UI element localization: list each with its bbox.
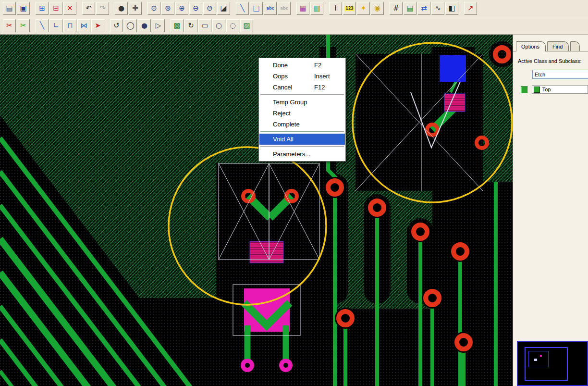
open-drawing-icon: ▤ (6, 5, 12, 12)
shadow-toggle-button[interactable]: ● (115, 2, 128, 15)
save-drawing-button[interactable]: ▣ (17, 2, 30, 15)
add-text-icon: abc (267, 7, 274, 11)
shape-dot-button[interactable]: ● (138, 19, 151, 32)
menu-item-oops[interactable]: OopsInsert (259, 71, 345, 82)
edit-text-button[interactable]: abc (278, 2, 291, 15)
menu-item-done[interactable]: DoneF2 (259, 60, 345, 71)
export-step-icon: ↗ (467, 5, 474, 12)
shape-hatch-button[interactable]: ▨ (240, 19, 253, 32)
undo-button[interactable]: ↶ (82, 2, 95, 15)
contrast-icon: ◧ (448, 5, 455, 12)
menu-item-reject[interactable]: Reject (259, 108, 345, 119)
tab-stub[interactable] (570, 41, 580, 51)
cursor-select-icon: ▷ (156, 22, 161, 29)
swap-windows-button[interactable]: ⊟ (49, 2, 62, 15)
add-bubble-button[interactable]: ⊓ (63, 19, 76, 32)
subclass-row: Top (518, 85, 588, 94)
pin-cursor-button[interactable]: ✚ (129, 2, 142, 15)
element-info-button[interactable]: i (329, 2, 342, 15)
menu-item-cancel[interactable]: CancelF12 (259, 82, 345, 93)
export-step-button[interactable]: ↗ (464, 2, 477, 15)
world-view-mark (534, 359, 537, 361)
element-info-icon: i (334, 5, 336, 12)
menu-item-void-all[interactable]: Void All (259, 134, 345, 145)
shape-rect-button[interactable]: ▭ (198, 19, 211, 32)
cursor-select-button[interactable]: ▷ (152, 19, 165, 32)
swap-ends-button[interactable]: ⋈ (77, 19, 90, 32)
toolbar-group: ↶↷ (82, 2, 110, 15)
cross-section-button[interactable]: ▤ (404, 2, 416, 15)
add-line-button[interactable]: ╲ (236, 2, 249, 15)
menu-item-label: Cancel (273, 84, 314, 91)
slide-button[interactable]: ╲ (36, 19, 49, 32)
toolbar-row-2: ✂✂╲∟⊓⋈➤↺◯●▷▩↻▭○◌▨ (0, 17, 588, 34)
contrast-button[interactable]: ◧ (445, 2, 458, 15)
zoom-points-button[interactable]: ⊙ (147, 2, 160, 15)
pick-mode-button[interactable]: ➤ (91, 19, 104, 32)
shaded-display-button[interactable]: ◪ (217, 2, 230, 15)
layer-swap-button[interactable]: ⇄ (417, 2, 430, 15)
menu-item-shortcut: Insert (314, 73, 341, 80)
color-dialog-button[interactable]: ▦ (296, 2, 309, 15)
shape-polygon-icon: ▩ (173, 22, 180, 29)
design-canvas[interactable]: DoneF2OopsInsertCancelF12Temp GroupRejec… (0, 35, 513, 386)
shape-void-button[interactable]: ◌ (226, 19, 239, 32)
tab-find[interactable]: Find (547, 41, 569, 51)
spin-icon: ↺ (113, 22, 120, 29)
menu-item-complete[interactable]: Complete (259, 119, 345, 130)
slide-icon: ╲ (40, 22, 44, 29)
cross-section-icon: ▤ (406, 5, 413, 12)
assign-color-button[interactable]: ◉ (371, 2, 384, 15)
edit-text-icon: abc (281, 7, 288, 11)
world-view-viewport[interactable] (525, 347, 568, 381)
zoom-world-button[interactable]: ⊜ (203, 2, 216, 15)
pin-cursor-icon: ✚ (132, 5, 138, 12)
zoom-in-button[interactable]: ⊕ (175, 2, 188, 15)
shape-rotate-button[interactable]: ↻ (184, 19, 197, 32)
world-view[interactable] (517, 341, 588, 386)
tile-windows-button[interactable]: ⊞ (36, 2, 49, 15)
class-combobox[interactable]: Etch (532, 70, 588, 79)
swap-windows-icon: ⊟ (53, 5, 59, 12)
subclass-selector[interactable]: Top (532, 85, 588, 94)
class-value: Etch (535, 72, 545, 77)
pick-mode-icon: ➤ (95, 22, 101, 29)
undo-icon: ↶ (86, 5, 92, 12)
shape-polygon-button[interactable]: ▩ (171, 19, 184, 32)
menu-item-temp-group[interactable]: Temp Group (259, 97, 345, 108)
shape-rect-icon: ▭ (201, 22, 208, 29)
shape-oval-button[interactable]: ◯ (124, 19, 137, 32)
extract-unsupported-button[interactable]: ✂ (3, 19, 16, 32)
shape-void-icon: ◌ (230, 22, 236, 29)
toolbar-group: i123✦◉ (329, 2, 385, 15)
redo-button[interactable]: ↷ (96, 2, 109, 15)
zoom-fit-button[interactable]: ⊛ (161, 2, 174, 15)
blue-pad (440, 55, 466, 82)
shape-rotate-icon: ↻ (188, 22, 194, 29)
shape-circle-button[interactable]: ○ (212, 19, 225, 32)
subclass-visibility-checkbox[interactable] (521, 86, 527, 93)
zoom-world-icon: ⊜ (207, 5, 213, 12)
menu-item-label: Parameters... (273, 150, 314, 158)
world-view-inner-frame (528, 351, 549, 367)
menu-item-label: Oops (273, 73, 314, 80)
open-drawing-button[interactable]: ▤ (3, 2, 16, 15)
signal-scope-button[interactable]: ∿ (431, 2, 444, 15)
color-priority-button[interactable]: ▥ (310, 2, 323, 15)
toolbar-group: ╲□abcabc (236, 2, 292, 15)
zoom-in-icon: ⊕ (179, 5, 185, 12)
delete-button[interactable]: ✕ (63, 2, 76, 15)
edit-vertex-button[interactable]: ∟ (49, 19, 62, 32)
highlight-button[interactable]: ✦ (357, 2, 370, 15)
grid-toggle-button[interactable]: # (390, 2, 403, 15)
zoom-out-button[interactable]: ⊖ (189, 2, 202, 15)
tab-options[interactable]: Options (516, 41, 546, 51)
subclass-value: Top (542, 87, 551, 92)
panel-tabs: OptionsFind (513, 35, 588, 51)
spin-button[interactable]: ↺ (110, 19, 123, 32)
add-rect-button[interactable]: □ (250, 2, 263, 15)
menu-item-parameters[interactable]: Parameters... (259, 149, 345, 160)
extract-supported-button[interactable]: ✂ (17, 19, 30, 32)
dimension-123-button[interactable]: 123 (343, 2, 356, 15)
add-text-button[interactable]: abc (264, 2, 277, 15)
